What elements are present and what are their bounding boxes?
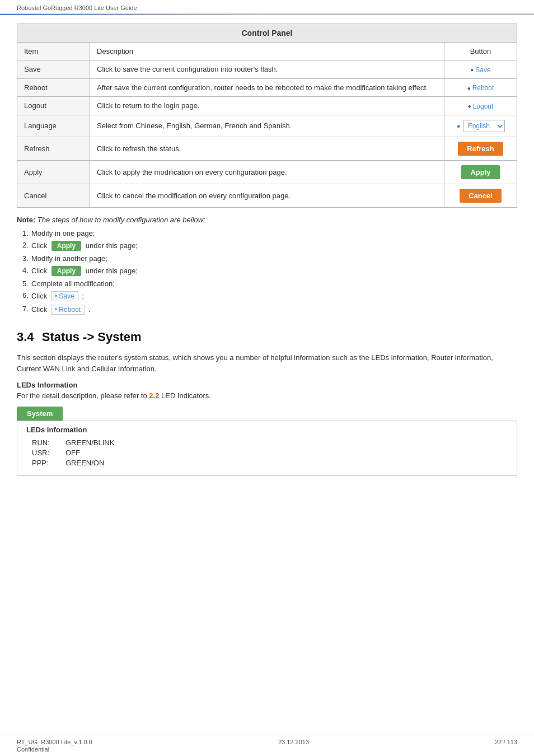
save-button-display: ● Save xyxy=(470,66,490,74)
step-6-num: 6. xyxy=(22,291,29,300)
led-row-ppp: PPP: GREEN/ON xyxy=(26,459,508,467)
row-cancel-item: Cancel xyxy=(17,184,90,207)
led-usr-val: OFF xyxy=(65,449,80,457)
logout-button-display: ● Logout xyxy=(468,102,494,110)
step-3-num: 3. xyxy=(22,254,29,263)
note-section: Note: The steps of how to modify configu… xyxy=(17,216,517,316)
step-2-suffix: under this page; xyxy=(86,241,138,250)
leds-ref-suffix: LED Indicators. xyxy=(159,391,211,400)
note-label: Note: xyxy=(17,216,35,224)
step-6-prefix: Click xyxy=(31,292,49,300)
reboot-label: Reboot xyxy=(472,84,494,92)
section-number: 3.4 xyxy=(17,330,34,344)
bullet-icon: ● xyxy=(467,85,471,91)
step-6-save-display: • Save xyxy=(51,291,78,301)
document-title: Robustel GoRugged R3000 Lite User Guide xyxy=(17,4,137,11)
refresh-button[interactable]: Refresh xyxy=(458,142,503,156)
save-label: Save xyxy=(475,66,490,74)
system-panel-wrapper: System LEDs Information RUN: GREEN/BLINK… xyxy=(17,407,517,476)
panel-title: LEDs Information xyxy=(26,426,508,434)
section-body: This section displays the router's syste… xyxy=(17,352,517,376)
note-text: The steps of how to modify configuration… xyxy=(35,216,205,224)
led-row-usr: USR: OFF xyxy=(26,449,508,457)
page-footer: RT_UG_R3000 Lite_v.1.0.0 Confidential 23… xyxy=(0,735,534,756)
row-reboot-item: Reboot xyxy=(17,78,90,97)
step-5-text: Complete all modification; xyxy=(31,279,115,288)
bullet-icon: ● xyxy=(470,67,474,73)
control-panel-table: Control Panel Item Description Button Sa… xyxy=(17,24,517,208)
step-2-prefix: Click xyxy=(31,241,49,250)
step-1-text: Modify in one page; xyxy=(31,229,95,237)
row-apply-item: Apply xyxy=(17,160,90,184)
section-title: Status -> System xyxy=(42,330,142,344)
step-6: 6. Click • Save ; xyxy=(22,290,517,303)
table-column-headers: Item Description Button xyxy=(17,43,517,60)
footer-date: 23.12.2013 xyxy=(278,739,309,753)
system-panel: LEDs Information RUN: GREEN/BLINK USR: O… xyxy=(17,421,517,476)
row-cancel-desc: Click to cancel the modification on ever… xyxy=(90,184,444,207)
cancel-button[interactable]: Cancel xyxy=(460,189,502,203)
table-row-cancel: Cancel Click to cancel the modification … xyxy=(17,184,517,207)
step-7-suffix: . xyxy=(88,305,91,314)
leds-ref: For the detail description, please refer… xyxy=(17,391,517,400)
section-heading: 3.4 Status -> System xyxy=(17,330,517,344)
bullet-icon: ● xyxy=(456,122,460,130)
led-ppp-val: GREEN/ON xyxy=(65,459,104,467)
row-refresh-item: Refresh xyxy=(17,137,90,160)
step-4-num: 4. xyxy=(22,266,29,274)
row-lang-desc: Select from Chinese, English, German, Fr… xyxy=(90,115,444,137)
system-tab[interactable]: System xyxy=(17,407,63,421)
step-1: 1. Modify in one page; xyxy=(22,227,517,239)
col-header-button: Button xyxy=(444,43,517,60)
step-7-prefix: Click xyxy=(31,305,49,314)
row-save-item: Save xyxy=(17,60,90,79)
step-2-num: 2. xyxy=(22,241,29,249)
step-3: 3. Modify in another page; xyxy=(22,253,517,264)
leds-ref-link[interactable]: 2.2 xyxy=(149,391,159,400)
row-logout-item: Logout xyxy=(17,97,90,115)
footer-page: 22 / 113 xyxy=(495,739,517,753)
led-ppp-key: PPP: xyxy=(32,459,65,467)
table-row-refresh: Refresh Click to refresh the status. Ref… xyxy=(17,137,517,160)
step-2-apply-button[interactable]: Apply xyxy=(51,241,81,251)
leds-heading: LEDs Information xyxy=(17,381,517,389)
table-row-save: Save Click to save the current configura… xyxy=(17,60,517,79)
row-reboot-desc: After save the current configuration, ro… xyxy=(90,78,444,97)
step-1-num: 1. xyxy=(22,229,29,237)
row-logout-desc: Click to return to the login page. xyxy=(90,97,444,115)
step-6-suffix: ; xyxy=(82,292,84,300)
note-intro: Note: The steps of how to modify configu… xyxy=(17,216,517,224)
page-header: Robustel GoRugged R3000 Lite User Guide xyxy=(0,0,534,14)
table-row-language: Language Select from Chinese, English, G… xyxy=(17,115,517,137)
col-header-item: Item xyxy=(17,43,90,60)
table-row-apply: Apply Click to apply the modification on… xyxy=(17,160,517,184)
step-4-prefix: Click xyxy=(31,267,49,275)
table-header: Control Panel xyxy=(17,24,517,43)
led-run-val: GREEN/BLINK xyxy=(65,438,114,447)
step-4-suffix: under this page; xyxy=(86,267,138,275)
logout-label: Logout xyxy=(473,102,494,110)
footer-version: RT_UG_R3000 Lite_v.1.0.0 xyxy=(17,739,92,745)
language-select[interactable]: English Chinese German French Spanish xyxy=(463,120,505,132)
led-usr-key: USR: xyxy=(32,449,65,457)
reboot-button-display: ● Reboot xyxy=(467,84,494,92)
step-7-reboot-display: • Reboot xyxy=(51,305,85,315)
table-row-reboot: Reboot After save the current configurat… xyxy=(17,78,517,97)
footer-confidential: Confidential xyxy=(17,746,92,753)
row-save-desc: Click to save the current configuration … xyxy=(90,60,444,79)
bullet-icon: ● xyxy=(468,103,471,109)
step-7: 7. Click • Reboot . xyxy=(22,303,517,316)
step-7-num: 7. xyxy=(22,305,29,313)
row-lang-item: Language xyxy=(17,115,90,137)
step-4-apply-button[interactable]: Apply xyxy=(51,266,81,276)
step-5: 5. Complete all modification; xyxy=(22,278,517,290)
language-selector-display: ● English Chinese German French Spanish xyxy=(456,120,504,132)
row-apply-desc: Click to apply the modification on every… xyxy=(90,160,444,184)
led-row-run: RUN: GREEN/BLINK xyxy=(26,438,508,447)
step-4: 4. Click Apply under this page; xyxy=(22,264,517,278)
row-refresh-desc: Click to refresh the status. xyxy=(90,137,444,160)
table-row-logout: Logout Click to return to the login page… xyxy=(17,97,517,115)
apply-button[interactable]: Apply xyxy=(461,165,499,179)
step-2: 2. Click Apply under this page; xyxy=(22,239,517,253)
table-title: Control Panel xyxy=(17,24,517,43)
